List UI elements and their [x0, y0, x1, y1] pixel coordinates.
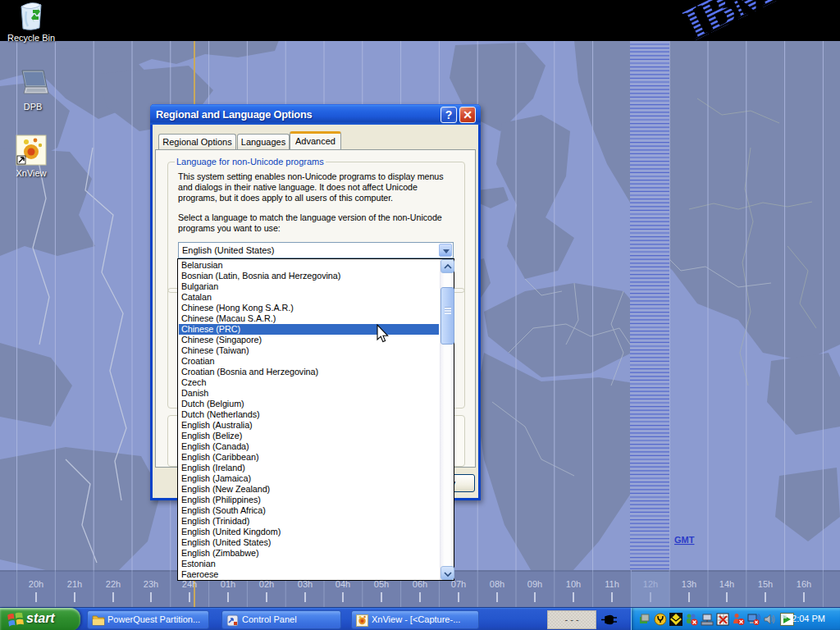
svg-text:20h: 20h [29, 579, 43, 589]
svg-text:08h: 08h [490, 579, 504, 589]
svg-text:23h: 23h [144, 579, 158, 589]
svg-text:22h: 22h [106, 579, 121, 589]
svg-text:16h: 16h [797, 579, 811, 589]
svg-text:15h: 15h [758, 579, 773, 589]
svg-text:14h: 14h [719, 579, 734, 589]
svg-text:10h: 10h [566, 579, 581, 589]
svg-text:21h: 21h [67, 579, 82, 589]
svg-text:13h: 13h [682, 579, 696, 589]
svg-text:09h: 09h [527, 579, 542, 589]
svg-text:11h: 11h [605, 579, 619, 589]
svg-text:GMT: GMT [674, 535, 695, 545]
